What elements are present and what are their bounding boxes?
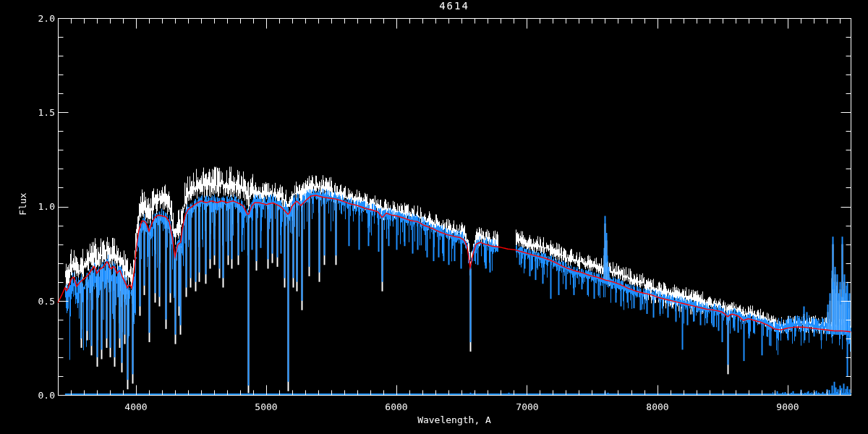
- spectrum-plot-window: 4614 0.0 0.5 1.0 1.5 2.0 4000 5000 6000 …: [0, 0, 868, 434]
- x-tick-label: 5000: [244, 401, 288, 412]
- x-tick-label: 9000: [766, 401, 809, 412]
- y-tick-label: 1.0: [25, 201, 55, 212]
- y-tick-label: 0.5: [25, 296, 55, 307]
- spectrum-canvas: [0, 0, 868, 434]
- x-tick-label: 7000: [506, 401, 549, 412]
- x-tick-label: 6000: [375, 401, 418, 412]
- plot-title: 4614: [382, 1, 527, 12]
- x-tick-label: 8000: [636, 401, 679, 412]
- y-tick-label: 2.0: [25, 13, 55, 24]
- y-tick-label: 0.0: [25, 390, 55, 401]
- x-tick-label: 4000: [114, 401, 158, 412]
- x-axis-label: Wavelength, A: [382, 414, 527, 425]
- y-tick-label: 1.5: [25, 107, 55, 118]
- y-axis-label: Flux: [17, 182, 28, 226]
